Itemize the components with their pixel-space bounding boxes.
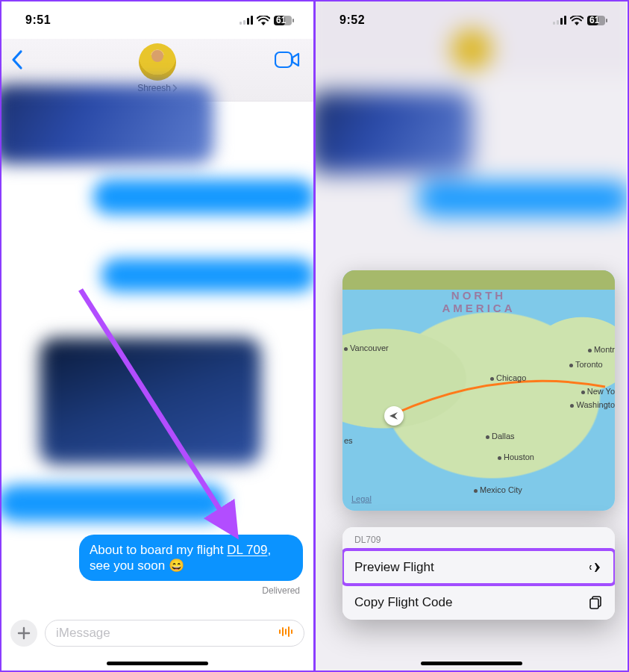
- home-indicator[interactable]: [421, 662, 522, 665]
- message-text-prefix: About to board my flight: [90, 543, 227, 557]
- city-montreal: Montr: [588, 345, 615, 354]
- facetime-button[interactable]: [275, 51, 300, 72]
- svg-rect-6: [292, 19, 294, 22]
- city-newyork: New Yo: [581, 387, 615, 396]
- city-washington: Washingto: [570, 400, 615, 409]
- battery-percent: 61: [276, 15, 286, 25]
- city-toronto: Toronto: [569, 360, 603, 369]
- city-houston: Houston: [498, 452, 534, 461]
- copy-icon: [588, 595, 603, 610]
- airplane-marker: [384, 406, 404, 426]
- svg-rect-3: [251, 16, 253, 25]
- svg-rect-17: [564, 16, 566, 25]
- compose-row: iMessage: [1, 617, 313, 650]
- plus-icon: [17, 626, 31, 640]
- city-dallas: Dallas: [486, 432, 515, 441]
- map-legal-link[interactable]: Legal: [351, 494, 372, 503]
- home-indicator[interactable]: [107, 662, 208, 665]
- battery-icon: 61: [587, 16, 607, 25]
- message-placeholder: iMessage: [56, 626, 110, 641]
- city-es: es: [344, 436, 353, 445]
- airplane-icon: [388, 410, 400, 422]
- status-bar: 9:52 61: [316, 1, 627, 39]
- flight-path: [342, 270, 615, 511]
- wifi-icon: [257, 16, 270, 25]
- svg-rect-20: [606, 19, 607, 22]
- delivered-status: Delivered: [262, 585, 300, 596]
- cellular-icon: [553, 16, 566, 25]
- airplane-icon: [588, 560, 603, 575]
- status-time: 9:51: [25, 13, 51, 27]
- city-chicago: Chicago: [490, 373, 526, 382]
- blurred-conversation: [1, 84, 316, 671]
- battery-percent: 61: [589, 15, 599, 25]
- contact-avatar: [139, 43, 176, 81]
- copy-flight-code-label: Copy Flight Code: [354, 595, 452, 610]
- svg-rect-2: [247, 18, 249, 25]
- wifi-icon: [570, 16, 583, 25]
- audio-message-button[interactable]: [278, 626, 295, 641]
- status-bar: 9:51 61: [1, 1, 313, 39]
- svg-rect-15: [557, 20, 559, 25]
- flight-code-link[interactable]: DL 709: [227, 543, 267, 557]
- svg-rect-7: [275, 52, 292, 67]
- status-time: 9:52: [339, 13, 365, 27]
- svg-rect-22: [590, 599, 598, 609]
- preview-flight-label: Preview Flight: [354, 560, 434, 575]
- phone-screenshot-right: 9:52 61 NORTH AMERICA: [316, 1, 627, 671]
- flight-map-preview[interactable]: NORTH AMERICA Vancouver Chicago Toronto …: [342, 270, 615, 511]
- context-menu-title: DL709: [342, 527, 615, 550]
- flight-context-menu: DL709 Preview Flight Copy Flight Code: [342, 527, 615, 620]
- attach-button[interactable]: [10, 620, 37, 647]
- svg-rect-16: [560, 18, 563, 25]
- city-vancouver: Vancouver: [344, 343, 389, 352]
- status-indicators: 61: [553, 16, 607, 25]
- dual-screenshot-container: 9:51 61 Shreesh: [0, 0, 629, 672]
- cellular-icon: [240, 16, 253, 25]
- copy-flight-code-item[interactable]: Copy Flight Code: [342, 585, 615, 620]
- preview-flight-item[interactable]: Preview Flight: [342, 550, 615, 585]
- chevron-left-icon: [10, 49, 24, 70]
- back-button[interactable]: [10, 49, 24, 73]
- svg-rect-0: [240, 22, 242, 25]
- message-input[interactable]: iMessage: [45, 620, 304, 647]
- video-icon: [275, 51, 300, 69]
- sent-message-bubble[interactable]: About to board my flight DL 709, see you…: [79, 535, 303, 582]
- waveform-icon: [278, 626, 295, 638]
- status-indicators: 61: [240, 16, 294, 25]
- svg-rect-1: [243, 20, 245, 25]
- svg-rect-14: [553, 22, 555, 25]
- phone-screenshot-left: 9:51 61 Shreesh: [1, 1, 316, 671]
- city-mexico: Mexico City: [474, 485, 522, 494]
- battery-icon: 61: [274, 16, 294, 25]
